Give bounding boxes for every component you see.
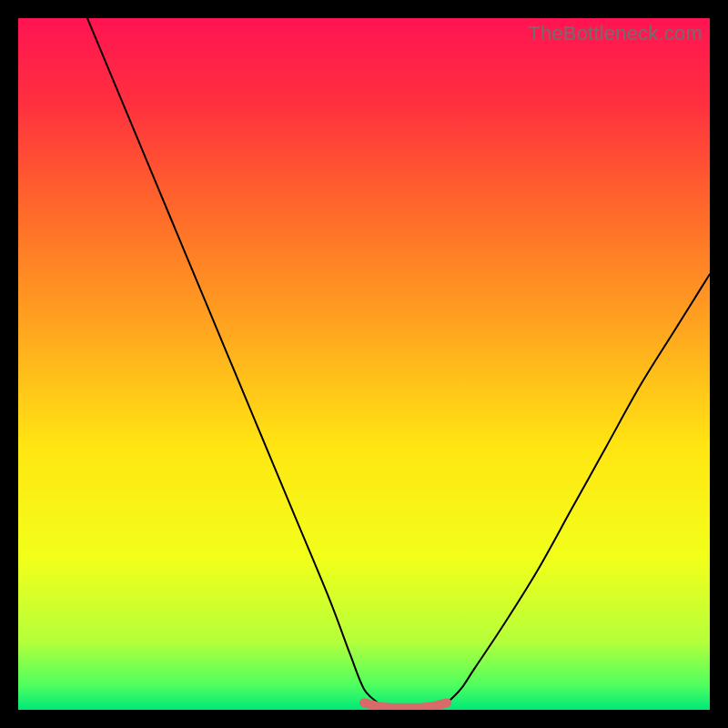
watermark-text: TheBottleneck.com xyxy=(528,22,703,46)
chart-frame: TheBottleneck.com xyxy=(18,18,710,710)
series-floor-marker xyxy=(364,703,447,707)
bottleneck-chart xyxy=(18,18,710,710)
gradient-background xyxy=(18,18,710,710)
